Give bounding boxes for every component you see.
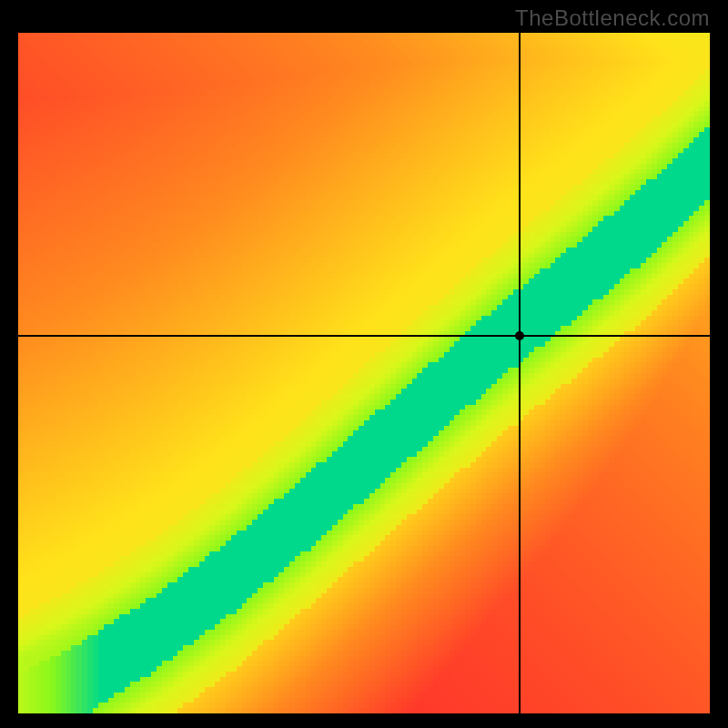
heatmap-plot	[18, 33, 710, 713]
crosshair-horizontal	[18, 335, 710, 337]
intersection-marker	[515, 331, 524, 340]
crosshair-vertical	[519, 33, 521, 713]
heatmap-canvas	[18, 33, 710, 713]
watermark-text: TheBottleneck.com	[515, 5, 710, 31]
chart-frame: TheBottleneck.com	[0, 0, 728, 728]
